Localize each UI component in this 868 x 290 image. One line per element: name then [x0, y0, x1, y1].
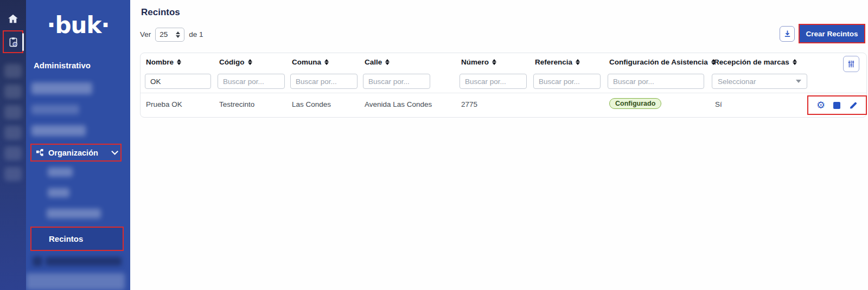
select-caret-icon	[796, 80, 801, 83]
column-header-referencia[interactable]: Referencia	[535, 58, 580, 66]
sidebar-item-asistencia-active[interactable]	[3, 30, 23, 53]
per-page-control: Ver 25 de 1	[140, 27, 203, 42]
page-title: Recintos	[141, 7, 180, 18]
cell-calle: Avenida Las Condes	[365, 100, 432, 108]
cell-codigo: Testrecinto	[219, 100, 254, 108]
blurred-rail-icon	[4, 64, 22, 78]
column-header-codigo[interactable]: Código	[219, 58, 252, 66]
main-content: Recintos Ver 25 de 1 Crear Recintos Nomb…	[130, 0, 868, 290]
active-indicator-bar	[22, 33, 24, 51]
filter-input-nombre[interactable]	[145, 74, 211, 89]
column-header-configuracion[interactable]: Configuración de Asistencia	[609, 58, 716, 66]
cell-numero: 2775	[461, 100, 477, 108]
blurred-menu-item	[26, 273, 125, 290]
gear-icon[interactable]: ⚙	[816, 100, 825, 110]
filter-input-configuracion[interactable]	[608, 74, 704, 89]
clipboard-clock-icon	[8, 36, 19, 48]
divider	[141, 93, 866, 93]
sort-icon	[576, 59, 580, 65]
sort-icon	[385, 59, 390, 65]
sidebar-item-label: Recintos	[49, 234, 83, 243]
stop-square-icon[interactable]	[833, 102, 840, 109]
blurred-submenu-item	[48, 188, 69, 197]
sidebar-item-label: Organización	[48, 149, 98, 157]
filter-input-comuna[interactable]	[290, 74, 358, 89]
create-button-highlight: Crear Recintos	[799, 24, 865, 43]
sliders-icon	[847, 60, 856, 68]
edit-pencil-icon[interactable]	[848, 101, 858, 110]
buk-logo: ·buk·	[26, 12, 130, 38]
column-header-numero[interactable]: Número	[461, 58, 496, 66]
blurred-rail-icon	[4, 146, 22, 160]
per-page-value: 25	[159, 30, 168, 38]
sort-icon	[793, 59, 797, 65]
blurred-rail-icon	[4, 85, 22, 99]
filter-input-codigo[interactable]	[218, 74, 285, 89]
blurred-menu-item	[31, 82, 92, 94]
filter-select-recepcion[interactable]: Seleccionar	[712, 74, 807, 89]
recintos-table: Nombre Código Comuna Calle Número Refere…	[140, 53, 867, 118]
row-actions-highlight: ⚙	[807, 95, 867, 115]
column-header-recepcion[interactable]: Recepción de marcas	[714, 58, 797, 66]
cell-nombre: Prueba OK	[146, 100, 182, 108]
cell-recepcion: Sí	[715, 100, 722, 108]
cell-comuna: Las Condes	[292, 100, 331, 108]
page-count-label: de 1	[189, 30, 203, 38]
status-badge: Configurado	[609, 98, 661, 109]
blurred-menu-item	[31, 125, 86, 136]
filter-input-numero[interactable]	[459, 74, 527, 89]
sort-icon	[324, 59, 329, 65]
column-header-comuna[interactable]: Comuna	[292, 58, 329, 66]
home-icon[interactable]	[7, 13, 19, 25]
blurred-rail-icon	[4, 105, 22, 119]
per-page-label: Ver	[140, 30, 151, 38]
blurred-menu-icon	[33, 256, 42, 266]
blurred-menu-item	[46, 257, 122, 266]
sort-icon	[177, 59, 181, 65]
column-header-calle[interactable]: Calle	[365, 58, 390, 66]
per-page-select[interactable]: 25	[155, 28, 184, 42]
filter-input-calle[interactable]	[363, 74, 430, 89]
column-header-nombre[interactable]: Nombre	[146, 58, 181, 66]
sidebar-item-recintos[interactable]: Recintos	[30, 227, 124, 251]
icon-rail	[0, 0, 26, 290]
chevron-down-icon	[111, 148, 118, 155]
select-spinner-icon	[176, 31, 180, 38]
filter-input-referencia[interactable]	[533, 74, 601, 89]
blurred-rail-icon	[4, 167, 22, 181]
org-chart-icon	[36, 149, 44, 157]
sidebar: ·buk· Administrativo Organización Recint…	[26, 0, 130, 290]
download-button[interactable]	[780, 26, 795, 42]
blurred-submenu-item	[47, 209, 101, 218]
blurred-menu-item	[31, 105, 79, 114]
create-recintos-button[interactable]: Crear Recintos	[800, 25, 864, 42]
column-settings-button[interactable]	[843, 56, 859, 72]
blurred-rail-icon	[4, 126, 22, 140]
blurred-submenu-item	[48, 167, 73, 177]
download-icon	[783, 30, 792, 38]
sort-icon	[248, 59, 252, 65]
sort-icon	[492, 59, 496, 65]
sidebar-item-organizacion[interactable]: Organización	[30, 144, 122, 162]
sidebar-section-label: Administrativo	[34, 61, 91, 70]
